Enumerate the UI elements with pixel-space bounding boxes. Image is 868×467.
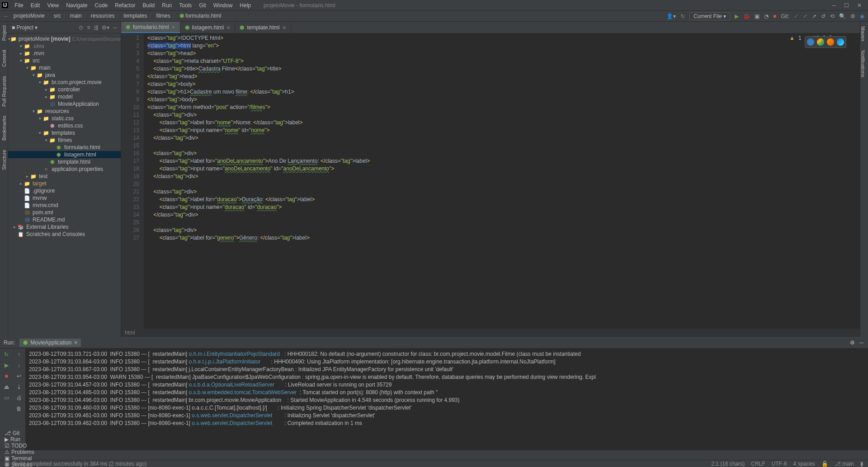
run-config-selector[interactable]: Current File ▾ [689, 12, 730, 20]
tool-tab-project[interactable]: Project [1, 25, 7, 41]
tree-node[interactable]: ▾ 📁 java [8, 71, 121, 79]
minimize-icon[interactable]: ─ [832, 2, 836, 9]
tree-node[interactable]: ⬢ estilos.css [8, 122, 121, 129]
tree-node[interactable]: ▸ 📚 External Libraries [8, 223, 121, 231]
tree-node[interactable]: ▾ 📁 projetoMovie [movie] C:\Users\quere\… [8, 35, 121, 42]
tree-node[interactable]: ≡ application.properties [8, 165, 121, 173]
breadcrumb-item[interactable]: resources [90, 13, 116, 19]
breadcrumb-item[interactable]: main [69, 13, 83, 19]
tree-node[interactable]: Ⓜ pom.xml [8, 209, 121, 216]
close-tab-icon[interactable]: × [226, 24, 230, 31]
breadcrumb-item[interactable]: projetoMovie [13, 13, 46, 19]
git-update-icon[interactable]: ✓ [794, 13, 798, 19]
menu-run[interactable]: Run [158, 1, 175, 9]
scroll-end-icon[interactable]: ⤓ [17, 384, 21, 390]
exit-icon[interactable]: ⏏ [4, 384, 9, 390]
tree-node[interactable]: ▾ 📁 br.com.project.movie [8, 79, 121, 86]
search-icon[interactable]: 🔍 [839, 13, 846, 19]
chrome-icon[interactable] [817, 38, 824, 46]
tool-windows-icon[interactable]: ▣ [5, 461, 9, 467]
caret-position[interactable]: 2:1 (16 chars) [711, 461, 745, 467]
tree-node[interactable]: ⬢ template.html [8, 158, 121, 165]
rollback-icon[interactable]: ⟲ [830, 13, 835, 19]
tree-node[interactable]: ⬢ formulario.html [8, 144, 121, 151]
menu-build[interactable]: Build [139, 1, 159, 9]
editor-tab[interactable]: ⬢template.html× [235, 22, 291, 33]
expand-all-icon[interactable]: ≡ [87, 24, 90, 31]
tree-node[interactable]: Ⓒ MovieApplication [8, 100, 121, 108]
tree-node[interactable]: ▸ 📁 target [8, 180, 121, 187]
tree-node[interactable]: 📄 mvnw.cmd [8, 202, 121, 209]
tool-tab-structure[interactable]: Structure [1, 150, 7, 170]
tool-problems[interactable]: ⚠Problems [5, 449, 46, 455]
tool-tab-notifications[interactable]: Notifications [860, 50, 866, 77]
settings-icon[interactable]: ⚙ [850, 340, 855, 346]
tree-node[interactable]: ▾ 📁 resources [8, 108, 121, 115]
gutter[interactable]: 1234567891011121314151617181920212223242… [121, 33, 144, 329]
code-editor[interactable]: <class="tag">!DOCTYPE html><class="tag">… [144, 33, 860, 329]
tool-git[interactable]: ⎇Git [5, 430, 46, 436]
tree-node[interactable]: ▸ 📁 controller [8, 86, 121, 93]
breadcrumb-item[interactable]: filmes [155, 13, 171, 19]
run-tab[interactable]: ⬢ MovieApplication × [19, 339, 81, 347]
tree-node[interactable]: ▸ 📁 .mvn [8, 50, 121, 57]
tree-node[interactable]: 📋 Scratches and Consoles [8, 231, 121, 238]
editor-tab[interactable]: ⬢formulario.html× [121, 22, 180, 33]
menu-tools[interactable]: Tools [175, 1, 195, 9]
build-icon[interactable]: ↻ [680, 13, 685, 19]
edge-icon[interactable] [837, 38, 844, 46]
history-icon[interactable]: ↺ [821, 13, 826, 19]
stop-icon[interactable]: ■ [773, 13, 776, 19]
coverage-icon[interactable]: ▣ [755, 13, 760, 19]
memory-indicator[interactable]: ▮ [860, 461, 863, 467]
layout-icon[interactable]: ▭ [4, 395, 9, 401]
tree-node[interactable]: ▾ 📁 filmes [8, 137, 121, 144]
settings-icon[interactable]: ⚙ [850, 13, 855, 19]
menu-window[interactable]: Window [210, 1, 236, 9]
menu-view[interactable]: View [43, 1, 62, 9]
tool-tab-bookmarks[interactable]: Bookmarks [1, 116, 7, 141]
up-icon[interactable]: ↑ [18, 351, 20, 358]
tree-node[interactable]: 📄 mvnw [8, 194, 121, 202]
run-icon[interactable]: ▶ [5, 362, 9, 368]
user-icon[interactable]: 👤▾ [666, 13, 676, 19]
ide-icon[interactable]: ◉ [860, 13, 864, 19]
tree-node[interactable]: ▾ 📁 src [8, 57, 121, 64]
down-icon[interactable]: ↓ [18, 362, 20, 368]
rerun-icon[interactable]: ↻ [4, 351, 9, 358]
tool-todo[interactable]: ☑TODO [5, 443, 46, 449]
menu-help[interactable]: Help [236, 1, 255, 9]
menu-edit[interactable]: Edit [27, 1, 44, 9]
close-tab-icon[interactable]: × [282, 24, 286, 31]
file-encoding[interactable]: UTF-8 [772, 461, 787, 467]
project-dropdown[interactable]: ■ Project ▾ [12, 24, 38, 31]
line-separator[interactable]: CRLF [751, 461, 765, 467]
tool-tab-commit[interactable]: Commit [1, 50, 7, 67]
clear-icon[interactable]: 🗑 [16, 406, 22, 412]
run-icon[interactable]: ▶ [735, 13, 739, 19]
tool-tab-pull-requests[interactable]: Pull Requests [1, 76, 7, 107]
maximize-icon[interactable]: ☐ [844, 2, 849, 9]
readonly-icon[interactable]: 🔓 [821, 461, 828, 467]
project-tree[interactable]: ▾ 📁 projetoMovie [movie] C:\Users\quere\… [8, 33, 121, 240]
firefox-icon[interactable] [827, 38, 834, 46]
menu-file[interactable]: File [11, 1, 27, 9]
git-branch[interactable]: ⎇ main [835, 461, 854, 467]
git-push-icon[interactable]: ↗ [812, 13, 816, 19]
hide-icon[interactable]: ─ [859, 340, 863, 346]
print-icon[interactable]: 🖨 [16, 395, 22, 401]
close-icon[interactable]: ✕ [857, 2, 862, 9]
tool-tab-maven[interactable]: Maven [860, 26, 866, 41]
git-commit-icon[interactable]: ✓ [803, 13, 807, 19]
tree-node[interactable]: ▾ 📁 static.css [8, 115, 121, 122]
menu-code[interactable]: Code [91, 1, 112, 9]
menu-refactor[interactable]: Refactor [111, 1, 139, 9]
tree-node[interactable]: ▾ 📁 main [8, 64, 121, 71]
stop-icon[interactable]: ■ [5, 373, 8, 379]
editor-breadcrumbs[interactable]: html [121, 329, 860, 337]
tree-node[interactable]: Ⓜ README.md [8, 216, 121, 223]
settings-icon[interactable]: ⚙▾ [102, 24, 109, 31]
nav-back-icon[interactable]: ← [4, 13, 9, 19]
indent-info[interactable]: 4 spaces [793, 461, 815, 467]
breadcrumb-item[interactable]: src [53, 13, 62, 19]
